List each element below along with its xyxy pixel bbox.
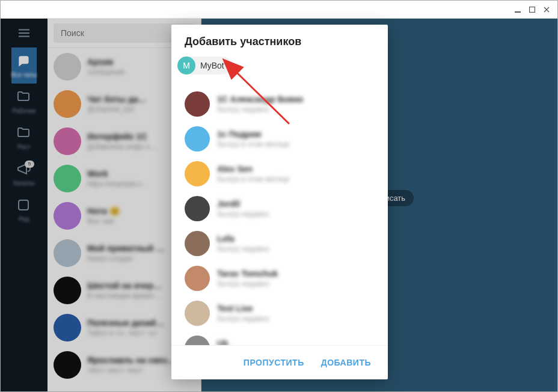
chip-name: MyBot — [200, 61, 224, 70]
contact-status: был(а) в этом месяце — [217, 140, 375, 149]
titlebar — [1, 1, 557, 19]
contact-avatar — [185, 266, 210, 291]
contact-list-item[interactable]: 1с Подрамбыл(а) в этом месяце — [171, 121, 388, 156]
contact-list-item[interactable]: Alex Senбыл(а) в этом месяце — [171, 156, 388, 191]
contact-list-item[interactable]: 1С Александр Бовкобыл(а) недавно — [171, 87, 388, 121]
contact-status: был(а) в этом месяце — [217, 175, 375, 183]
add-members-dialog: Добавить участников M MyBot 1С Александр… — [171, 25, 388, 379]
app-window: Все чатыРабочиеРест5КаналыРед Архивсообщ… — [0, 0, 558, 392]
close-button[interactable] — [539, 2, 554, 17]
contact-avatar — [185, 126, 210, 152]
contact-name: Ub — [217, 338, 375, 345]
chip-avatar: M — [177, 57, 195, 75]
contact-list-item[interactable]: Test Liveбыл(а) недавно — [171, 296, 388, 331]
selected-member-chip[interactable]: M MyBot — [177, 57, 231, 75]
contact-avatar — [185, 335, 210, 345]
contact-status: был(а) недавно — [217, 210, 375, 218]
contacts-list[interactable]: 1С Александр Бовкобыл(а) недавно1с Подра… — [171, 84, 388, 345]
contact-avatar — [185, 196, 210, 221]
contact-name: Alex Sen — [217, 164, 375, 174]
contact-status: был(а) недавно — [217, 314, 375, 323]
minimize-button[interactable] — [510, 2, 525, 17]
contact-list-item[interactable]: Ubбыл(а) на этой неделе — [171, 331, 388, 345]
skip-button[interactable]: ПРОПУСТИТЬ — [238, 354, 310, 371]
dialog-title: Добавить участников — [171, 25, 388, 54]
contact-list-item[interactable]: Lefaбыл(а) недавно — [171, 226, 388, 261]
contact-status: был(а) недавно — [217, 245, 375, 253]
svg-rect-0 — [515, 11, 521, 13]
contact-name: Lefa — [217, 234, 375, 243]
contact-status: был(а) недавно — [217, 280, 375, 288]
contact-name: 1с Подрам — [217, 129, 375, 139]
contact-list-item[interactable]: Taras Tomchukбыл(а) недавно — [171, 261, 388, 296]
svg-rect-1 — [530, 7, 535, 12]
maximize-button[interactable] — [525, 2, 539, 17]
contact-list-item[interactable]: Jordilбыл(а) недавно — [171, 191, 388, 226]
contact-name: Taras Tomchuk — [217, 269, 375, 278]
contact-status: был(а) недавно — [217, 105, 375, 114]
contact-avatar — [185, 161, 210, 186]
selected-members-row: M MyBot — [171, 54, 388, 84]
add-button[interactable]: ДОБАВИТЬ — [315, 354, 377, 371]
contact-avatar — [185, 301, 210, 326]
contact-avatar — [185, 91, 210, 117]
dialog-footer: ПРОПУСТИТЬ ДОБАВИТЬ — [171, 345, 388, 379]
contact-name: Test Live — [217, 304, 375, 313]
contact-name: 1С Александр Бовко — [217, 94, 375, 104]
contact-name: Jordil — [217, 199, 375, 209]
contact-avatar — [185, 231, 210, 256]
